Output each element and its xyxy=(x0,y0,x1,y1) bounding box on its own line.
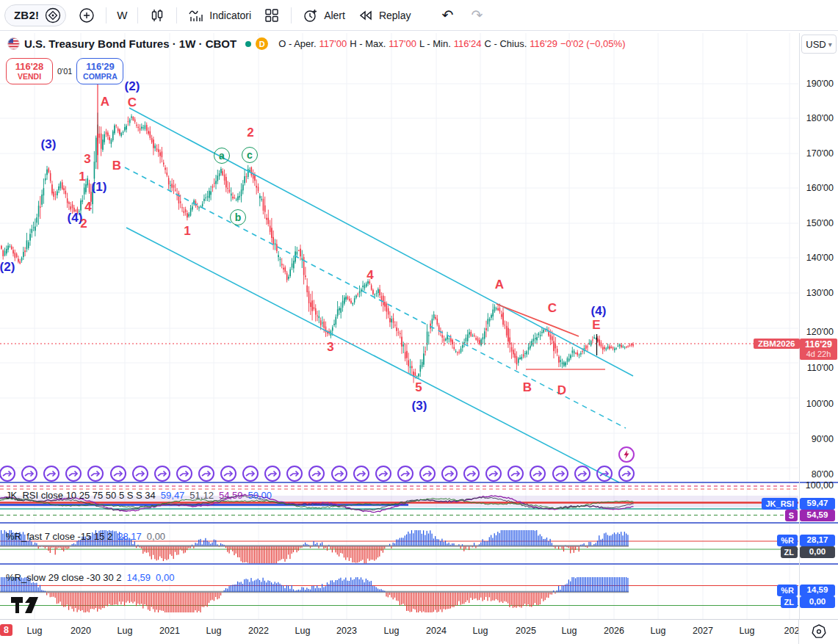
chart-style-button[interactable] xyxy=(142,4,172,27)
interval-button[interactable]: W xyxy=(111,6,133,24)
wave-label-1[interactable]: 1 xyxy=(79,170,85,184)
event-marker-arrow-icon[interactable] xyxy=(441,466,458,482)
event-marker-arrow-icon[interactable] xyxy=(264,466,281,482)
lightning-marker-icon[interactable] xyxy=(618,446,635,463)
event-marker-arrow-icon[interactable] xyxy=(463,466,480,482)
wave-label-c[interactable]: c xyxy=(242,147,258,163)
event-marker-arrow-icon[interactable] xyxy=(110,466,126,482)
event-marker-arrow-icon[interactable] xyxy=(176,466,192,482)
event-marker-arrow-icon[interactable] xyxy=(198,466,214,482)
event-marker-arrow-icon[interactable] xyxy=(308,466,325,482)
event-marker-arrow-icon[interactable] xyxy=(132,466,148,482)
wave-label-D[interactable]: D xyxy=(557,383,566,398)
event-marker-arrow-icon[interactable] xyxy=(220,466,236,482)
chart-canvas[interactable] xyxy=(0,0,838,644)
wave-label-4[interactable]: 4 xyxy=(366,268,373,283)
event-marker-arrow-icon[interactable] xyxy=(419,466,436,482)
alert-button[interactable]: Alert xyxy=(296,4,351,27)
price-tick: 80'00 xyxy=(812,469,834,480)
chart-legend[interactable]: U.S. Treasury Bond Futures · 1W · CBOT D… xyxy=(7,37,625,50)
wave-label-p1p[interactable]: (1) xyxy=(92,180,107,195)
wave-label-p3p[interactable]: (3) xyxy=(41,137,57,152)
wave-label-C[interactable]: C xyxy=(128,95,137,110)
indicators-button[interactable]: Indicatori xyxy=(181,4,257,27)
wave-label-2[interactable]: 2 xyxy=(80,217,87,231)
replay-button[interactable]: Replay xyxy=(351,4,417,27)
event-marker-arrow-icon[interactable] xyxy=(618,466,635,482)
wave-label-p3p[interactable]: (3) xyxy=(412,399,427,413)
wave-label-E[interactable]: E xyxy=(592,318,600,333)
sell-button[interactable]: 116'28 VENDI xyxy=(6,58,53,84)
ohlc-field-value: 117'00 xyxy=(319,38,347,49)
compare-add-button[interactable] xyxy=(72,4,101,27)
event-marker-arrow-icon[interactable] xyxy=(87,466,104,482)
time-tick: Lug xyxy=(118,626,133,636)
currency-dropdown[interactable]: USD ▾ xyxy=(801,35,837,54)
contract-label[interactable]: ZBM2026 xyxy=(754,339,800,349)
badge-value: 0,00 xyxy=(800,546,835,558)
undo-button[interactable]: ↶ xyxy=(436,4,460,26)
wave-label-4[interactable]: 4 xyxy=(84,200,91,214)
event-marker-arrow-icon[interactable] xyxy=(0,466,15,482)
event-marker-arrow-icon[interactable] xyxy=(43,466,59,482)
event-marker-arrow-icon[interactable] xyxy=(21,466,37,482)
event-marker-arrow-icon[interactable] xyxy=(331,466,347,482)
event-marker-arrow-icon[interactable] xyxy=(596,466,613,482)
price-tick: 140'00 xyxy=(806,253,834,263)
wave-label-A[interactable]: A xyxy=(101,95,109,109)
instrument-title[interactable]: U.S. Treasury Bond Futures · 1W · CBOT xyxy=(24,37,236,50)
symbol-search-box[interactable]: ZB2! xyxy=(4,4,66,26)
last-price-flag[interactable]: 116'29 4d 22h xyxy=(800,339,837,360)
time-tick: 2023 xyxy=(336,626,357,636)
chevron-down-icon: ▾ xyxy=(828,40,832,48)
event-marker-arrow-icon[interactable] xyxy=(242,466,259,482)
event-marker-arrow-icon[interactable] xyxy=(65,466,82,482)
time-axis[interactable]: 8Lug2020Lug2021Lug2022Lug2023Lug2024Lug2… xyxy=(0,619,838,644)
sell-label: VENDI xyxy=(7,72,52,82)
wave-label-3[interactable]: 3 xyxy=(84,152,90,167)
timezone-settings-icon[interactable] xyxy=(809,622,828,644)
indicator-badge-ZL: ZL xyxy=(781,596,798,608)
event-marker-arrow-icon[interactable] xyxy=(353,466,369,482)
indicator-title-jk-rsi[interactable]: JK_RSI close 10 25 75 50 5 S S 3459,4751… xyxy=(6,490,272,501)
wave-label-p2p[interactable]: (2) xyxy=(0,260,15,275)
indicator-value: 28,17 xyxy=(118,531,142,542)
indicator-title-r-fast[interactable]: %R_fast 7 close -15 15 228,170,00 xyxy=(6,531,165,542)
wave-label-p4p[interactable]: (4) xyxy=(591,304,607,319)
wave-label-5[interactable]: 5 xyxy=(415,380,422,395)
replay-rewind-icon xyxy=(357,7,375,24)
indicator-templates-button[interactable] xyxy=(257,4,286,27)
wave-label-a[interactable]: a xyxy=(214,148,230,164)
event-marker-arrow-icon[interactable] xyxy=(552,466,568,482)
time-tick: 2021 xyxy=(159,626,180,636)
replay-label: Replay xyxy=(379,10,411,21)
price-axis[interactable]: USD ▾ 190'00180'00170'00160'00150'00140'… xyxy=(799,33,838,619)
wave-label-B[interactable]: B xyxy=(523,380,532,395)
wave-label-B[interactable]: B xyxy=(112,159,121,173)
event-marker-arrow-icon[interactable] xyxy=(286,466,303,482)
ohlc-field-label: L - Min. xyxy=(419,38,451,49)
wave-label-b[interactable]: b xyxy=(230,209,246,225)
event-marker-arrow-icon[interactable] xyxy=(397,466,413,482)
event-marker-arrow-icon[interactable] xyxy=(508,466,524,482)
wave-label-p2p[interactable]: (2) xyxy=(125,79,140,94)
indicator-value: 14,59 xyxy=(127,572,151,583)
badge-label: JK_RSI xyxy=(762,498,798,510)
wave-label-A[interactable]: A xyxy=(495,278,504,292)
spread-value: 0'01 xyxy=(57,67,72,76)
redo-button[interactable]: ↷ xyxy=(465,4,488,26)
event-marker-arrow-icon[interactable] xyxy=(375,466,391,482)
symbol-flag-icon[interactable] xyxy=(45,7,61,23)
event-marker-arrow-icon[interactable] xyxy=(530,466,546,482)
wave-label-3[interactable]: 3 xyxy=(327,340,333,355)
wave-label-1[interactable]: 1 xyxy=(184,224,190,239)
event-marker-arrow-icon[interactable] xyxy=(574,466,590,482)
delayed-data-badge[interactable]: D xyxy=(256,37,268,50)
indicator-title-r-slow[interactable]: %R_slow 29 close -30 30 214,590,00 xyxy=(6,572,174,583)
wave-label-2[interactable]: 2 xyxy=(247,126,253,140)
event-marker-arrow-icon[interactable] xyxy=(485,466,502,482)
event-marker-arrow-icon[interactable] xyxy=(154,466,170,482)
wave-label-C[interactable]: C xyxy=(548,301,557,316)
ohlc-field-label: C - Chius. xyxy=(485,38,527,49)
buy-button[interactable]: 116'29 COMPRA xyxy=(76,58,123,84)
